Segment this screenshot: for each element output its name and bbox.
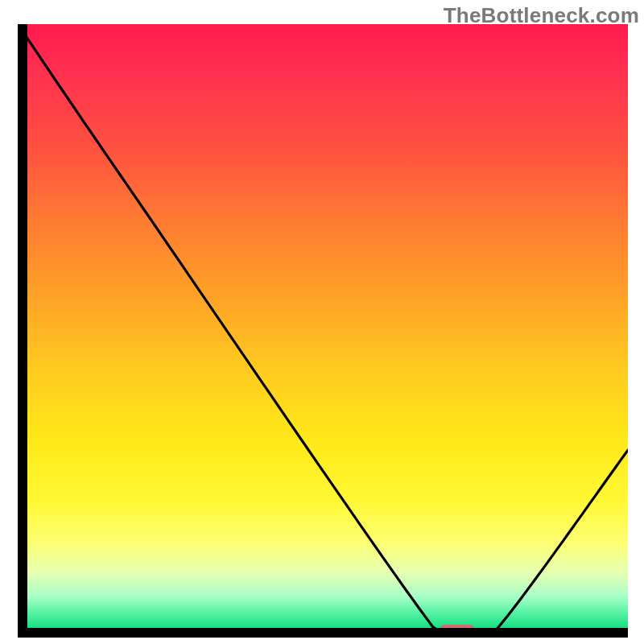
bottleneck-chart: TheBottleneck.com xyxy=(0,0,644,644)
y-axis xyxy=(18,24,27,633)
plot-gradient-background xyxy=(18,24,628,633)
x-axis xyxy=(18,628,628,638)
